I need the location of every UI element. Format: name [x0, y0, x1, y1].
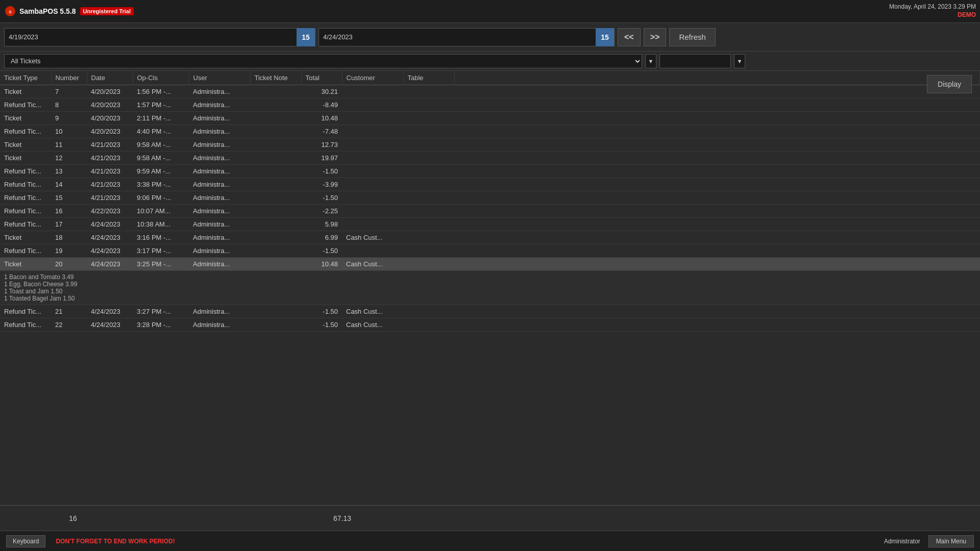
total-count: 16: [4, 514, 142, 522]
table-row[interactable]: Refund Tic...144/21/20233:38 PM -...Admi…: [0, 178, 980, 191]
ticket-detail-item: 1 Egg, Bacon Cheese 3.99: [4, 281, 976, 288]
col-header-number: Number: [51, 71, 87, 85]
col-header-spacer: [454, 71, 980, 85]
date-to-calendar-button[interactable]: 15: [596, 28, 614, 46]
table-row[interactable]: Refund Tic...134/21/20239:59 AM -...Admi…: [0, 165, 980, 178]
ticket-detail-item: 1 Bacon and Tomato 3.49: [4, 273, 976, 281]
refresh-button[interactable]: Refresh: [669, 28, 716, 46]
filter-dropdown-button[interactable]: ▼: [645, 54, 656, 68]
datetime-display: Monday, April 24, 2023 3.29 PM DEMO: [889, 3, 976, 19]
table-row[interactable]: Ticket114/21/20239:58 AM -...Administra.…: [0, 138, 980, 152]
date-to-wrapper: 15: [318, 28, 615, 46]
col-header-customer: Customer: [342, 71, 403, 85]
table-row[interactable]: Refund Tic...164/22/202310:07 AM...Admin…: [0, 205, 980, 218]
date-from-input[interactable]: [5, 29, 297, 46]
next-period-button[interactable]: >>: [644, 28, 667, 46]
prev-period-button[interactable]: <<: [618, 28, 641, 46]
ticket-detail-row: 1 Bacon and Tomato 3.491 Egg, Bacon Chee…: [0, 271, 980, 305]
date-from-wrapper: 15: [4, 28, 315, 46]
work-period-warning: DON'T FORGET TO END WORK PERIOD!: [56, 538, 175, 545]
table-row[interactable]: Refund Tic...154/21/20239:06 PM -...Admi…: [0, 191, 980, 205]
footer-right: Administrator Main Menu: [884, 535, 974, 547]
col-header-op: Op-Cls: [133, 71, 189, 85]
sambapos-logo-icon: S: [4, 5, 16, 17]
table-row[interactable]: Refund Tic...174/24/202310:38 AM...Admin…: [0, 218, 980, 231]
app-title: SambaPOS 5.5.8: [19, 7, 76, 15]
trial-badge: Unregistered Trial: [80, 7, 134, 15]
ticket-detail-item: 1 Toast and Jam 1.50: [4, 288, 976, 295]
demo-label: DEMO: [889, 11, 976, 19]
col-header-total: Total: [301, 71, 342, 85]
date-to-input[interactable]: [319, 29, 596, 46]
table-row[interactable]: Refund Tic...84/20/20231:57 PM -...Admin…: [0, 98, 980, 112]
totals-bar: 16 67.13: [0, 505, 980, 531]
search-extra-input[interactable]: [659, 54, 731, 68]
ticket-detail-item: 1 Toasted Bagel Jam 1.50: [4, 295, 976, 302]
keyboard-button[interactable]: Keyboard: [6, 535, 45, 547]
app-logo: S SambaPOS 5.5.8: [4, 5, 76, 17]
table-header-row: Ticket Type Number Date Op-Cls User Tick…: [0, 71, 980, 85]
table-row[interactable]: Ticket204/24/20233:25 PM -...Administra.…: [0, 258, 980, 271]
table-row[interactable]: Refund Tic...194/24/20233:17 PM -...Admi…: [0, 244, 980, 258]
col-header-ticket-type: Ticket Type: [0, 71, 51, 85]
table-container: Display Ticket Type Number Date Op-Cls U…: [0, 71, 980, 505]
search-extra-button[interactable]: ▼: [734, 54, 745, 68]
tickets-tbody: Ticket74/20/20231:56 PM -...Administra..…: [0, 85, 980, 332]
footer-bar: Keyboard DON'T FORGET TO END WORK PERIOD…: [0, 531, 980, 551]
filter-bar: All Tickets ▼ ▼: [0, 52, 980, 71]
admin-label: Administrator: [884, 538, 920, 545]
table-row[interactable]: Ticket94/20/20232:11 PM -...Administra..…: [0, 112, 980, 125]
svg-text:S: S: [9, 10, 12, 14]
header-bar: S SambaPOS 5.5.8 Unregistered Trial Mond…: [0, 0, 980, 23]
date-range-bar: 15 15 << >> Refresh: [0, 23, 980, 52]
table-row[interactable]: Refund Tic...224/24/20233:28 PM -...Admi…: [0, 318, 980, 332]
col-header-table: Table: [403, 71, 454, 85]
total-amount: 67.13: [310, 514, 351, 522]
col-header-date: Date: [87, 71, 133, 85]
table-row[interactable]: Refund Tic...104/20/20234:40 PM -...Admi…: [0, 125, 980, 138]
display-button[interactable]: Display: [927, 75, 972, 93]
ticket-filter-select[interactable]: All Tickets: [4, 54, 642, 68]
tickets-table: Ticket Type Number Date Op-Cls User Tick…: [0, 71, 980, 332]
table-row[interactable]: Ticket74/20/20231:56 PM -...Administra..…: [0, 85, 980, 98]
date-from-calendar-button[interactable]: 15: [297, 28, 315, 46]
main-menu-button[interactable]: Main Menu: [928, 535, 974, 547]
table-row[interactable]: Ticket184/24/20233:16 PM -...Administra.…: [0, 231, 980, 244]
datetime-text: Monday, April 24, 2023 3.29 PM: [889, 3, 976, 11]
col-header-note: Ticket Note: [250, 71, 301, 85]
col-header-user: User: [189, 71, 250, 85]
table-row[interactable]: Ticket124/21/20239:58 AM -...Administra.…: [0, 152, 980, 165]
table-row[interactable]: Refund Tic...214/24/20233:27 PM -...Admi…: [0, 305, 980, 318]
